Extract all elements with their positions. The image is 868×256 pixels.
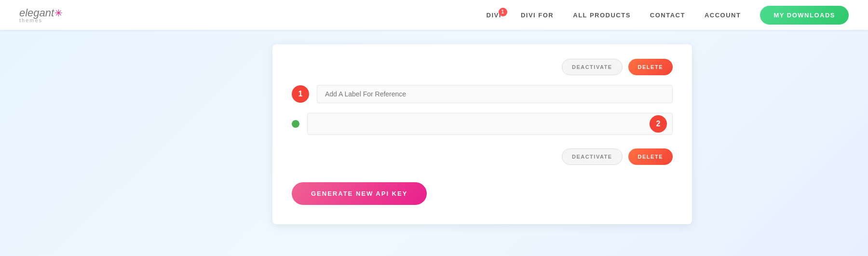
api-key-card: DEACTIVATE DELETE 1 2 DEACTIVATE DELETE … [272,44,692,224]
bottom-deactivate-button[interactable]: DEACTIVATE [562,148,623,165]
api-key-wrapper: 2 [307,113,673,135]
nav-item-divi[interactable]: DIVI 1 [487,12,502,19]
bottom-actions: DEACTIVATE DELETE [292,148,673,165]
step-badge-2: 2 [650,115,667,133]
top-deactivate-button[interactable]: DEACTIVATE [562,59,623,75]
main-content: DEACTIVATE DELETE 1 2 DEACTIVATE DELETE … [0,30,868,239]
top-actions: DEACTIVATE DELETE [292,59,673,75]
generate-section: GENERATE NEW API KEY [292,182,673,205]
logo-sub: themes [19,17,42,23]
my-downloads-button[interactable]: MY DOWNLOADS [760,6,849,25]
step-badge-1: 1 [292,85,309,103]
label-row: 1 [292,85,673,103]
header: elegant ✳ themes DIVI 1 DIVI FOR ALL PRO… [0,0,868,30]
status-dot-icon [292,120,299,128]
divi-badge: 1 [499,8,507,16]
api-key-row: 2 [292,113,673,135]
main-nav: DIVI 1 DIVI FOR ALL PRODUCTS CONTACT ACC… [487,6,849,25]
generate-api-key-button[interactable]: GENERATE NEW API KEY [292,182,427,205]
logo[interactable]: elegant ✳ themes [19,7,63,23]
bottom-delete-button[interactable]: DELETE [628,148,673,165]
api-key-input[interactable] [307,113,673,135]
nav-item-account[interactable]: ACCOUNT [705,12,741,19]
logo-star-icon: ✳ [54,7,63,19]
top-delete-button[interactable]: DELETE [628,59,673,75]
nav-item-all-products[interactable]: ALL PRODUCTS [573,12,631,19]
nav-item-contact[interactable]: CONTACT [650,12,685,19]
nav-item-divi-for[interactable]: DIVI FOR [521,12,554,19]
label-input[interactable] [317,85,673,103]
